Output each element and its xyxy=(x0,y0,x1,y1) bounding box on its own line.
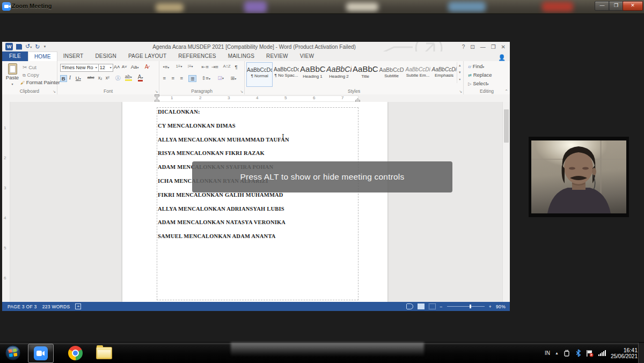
clipboard-dialog-launcher-icon[interactable]: ↘ xyxy=(53,90,56,94)
paste-button[interactable]: Paste ▾ xyxy=(5,63,19,86)
tab-file[interactable]: FILE xyxy=(2,51,28,61)
tab-mailings[interactable]: MAILINGS xyxy=(222,51,260,61)
text-effects-icon[interactable]: Ⓐ xyxy=(115,75,121,82)
tab-review[interactable]: REVIEW xyxy=(260,51,294,61)
help-icon[interactable]: ? xyxy=(462,44,465,50)
zoom-slider-knob[interactable] xyxy=(470,305,471,308)
bullets-icon[interactable]: •≡▾ xyxy=(163,64,169,70)
document-line[interactable]: DICALONKAN: xyxy=(158,109,357,115)
multilevel-list-icon[interactable]: ⁝≡▾ xyxy=(187,64,193,69)
network-signal-icon[interactable] xyxy=(598,350,606,356)
action-center-flag-icon[interactable] xyxy=(586,350,594,357)
increase-indent-icon[interactable]: ⇥≡ xyxy=(211,64,218,70)
zoom-out-icon[interactable]: − xyxy=(440,304,443,309)
paragraph-dialog-launcher-icon[interactable]: ↘ xyxy=(240,90,243,94)
web-layout-icon[interactable] xyxy=(429,303,436,309)
borders-icon[interactable]: ⊞▾ xyxy=(230,75,236,81)
proofing-icon[interactable]: ⌯ xyxy=(75,303,81,309)
zoom-slider[interactable] xyxy=(447,306,485,307)
document-page[interactable]: DICALONKAN: CY MENCALONKAN DIMAS ALLYA M… xyxy=(122,102,387,302)
word-restore-icon[interactable]: ❐ xyxy=(491,44,496,50)
taskbar-explorer-button[interactable] xyxy=(93,344,115,362)
zoom-in-icon[interactable]: + xyxy=(489,304,492,309)
copy-button[interactable]: ⧉ Copy xyxy=(23,72,39,78)
redo-icon[interactable]: ↻ xyxy=(35,43,40,50)
print-layout-icon[interactable] xyxy=(418,303,425,309)
strikethrough-button[interactable]: abc xyxy=(87,75,94,80)
font-name-combobox[interactable]: Times New Ro▾ xyxy=(60,64,99,72)
tab-page-layout[interactable]: PAGE LAYOUT xyxy=(122,51,172,61)
style-normal[interactable]: AaBbCcDc ¶ Normal xyxy=(246,62,273,87)
document-line[interactable]: CY MENCALONKAN DIMAS xyxy=(158,123,357,129)
collapse-ribbon-icon[interactable]: ⌃ xyxy=(504,89,508,94)
replace-button[interactable]: ⇄ Replace xyxy=(468,72,492,78)
superscript-button[interactable]: x² xyxy=(106,75,109,80)
document-line[interactable]: ALLYA MENCALONKAN MUHAMMAD TAUFAN xyxy=(158,137,357,143)
style-no-spacing[interactable]: AaBbCcDc ¶ No Spac... xyxy=(274,62,299,86)
word-minimize-icon[interactable]: — xyxy=(480,44,486,50)
style-emphasis[interactable]: AaBbCcDi Emphasis xyxy=(431,62,457,86)
taskbar-zoom-app-button[interactable] xyxy=(28,344,54,363)
justify-icon[interactable]: ≣ xyxy=(188,75,196,82)
document-line[interactable]: SAMUEL MENCALONKAN ADAM ANANTA xyxy=(158,233,357,240)
vertical-ruler[interactable]: 1 2 3 4 5 6 xyxy=(2,102,10,302)
ribbon-display-options-icon[interactable]: ⊡ xyxy=(470,44,474,50)
font-dialog-launcher-icon[interactable]: ↘ xyxy=(155,90,158,94)
grow-font-icon[interactable]: A˄ xyxy=(114,64,120,70)
page-indicator[interactable]: PAGE 3 OF 3 xyxy=(8,304,37,309)
webcam-video-frame[interactable] xyxy=(529,137,629,217)
sort-icon[interactable]: A↕Z xyxy=(223,64,230,69)
tab-design[interactable]: DESIGN xyxy=(89,51,122,61)
style-heading2[interactable]: AaBbCi Heading 2 xyxy=(326,62,352,86)
horizontal-ruler[interactable]: 1 2 3 4 5 6 7 xyxy=(2,94,510,102)
read-mode-icon[interactable] xyxy=(406,303,413,309)
document-line[interactable]: RISYA MENCALONKAN FIKRI RAZAK xyxy=(158,150,357,157)
subscript-button[interactable]: x₂ xyxy=(98,75,103,80)
numbering-icon[interactable]: 1≡▾ xyxy=(175,64,182,69)
align-right-icon[interactable]: ≡ xyxy=(180,75,183,81)
power-plug-icon[interactable] xyxy=(564,350,570,357)
style-subtitle[interactable]: AaBbCcD Subtitle xyxy=(379,62,404,86)
word-close-icon[interactable]: ✕ xyxy=(501,44,506,50)
tab-home[interactable]: HOME xyxy=(28,51,57,61)
format-painter-button[interactable]: 🖌 Format Painter xyxy=(20,79,60,85)
select-button[interactable]: ▷ Select▾ xyxy=(468,80,488,86)
show-desktop-button[interactable] xyxy=(638,343,644,363)
cut-button[interactable]: ✂ Cut xyxy=(23,64,36,70)
styles-gallery-scroll[interactable]: ▲▼▾ xyxy=(457,62,462,83)
save-icon[interactable] xyxy=(16,44,22,50)
taskbar-clock[interactable]: 16:41 25/06/2021 xyxy=(611,347,638,360)
tab-view[interactable]: VIEW xyxy=(294,51,320,61)
close-button[interactable]: ✕ xyxy=(623,1,643,11)
minimize-button[interactable]: — xyxy=(595,1,610,11)
tab-insert[interactable]: INSERT xyxy=(57,51,90,61)
find-button[interactable]: ⌭ Find▾ xyxy=(468,63,484,70)
sign-in-account-icon[interactable]: 👤 xyxy=(498,54,506,61)
zoom-percentage[interactable]: 90% xyxy=(496,304,506,309)
bold-button[interactable]: B xyxy=(60,75,67,82)
word-count[interactable]: 223 WORDS xyxy=(42,304,70,309)
show-hidden-icons-arrow[interactable]: ▲ xyxy=(555,351,559,355)
start-button[interactable] xyxy=(3,344,23,362)
font-size-combobox[interactable]: 12▾ xyxy=(98,64,113,72)
style-heading1[interactable]: AaBbC Heading 1 xyxy=(300,62,325,86)
shading-icon[interactable]: ◲▾ xyxy=(217,75,224,80)
line-spacing-icon[interactable]: ⇕≡▾ xyxy=(201,75,210,81)
document-line[interactable]: FIKRI MENCALONKAN GALIH MUHAMMAD xyxy=(158,192,357,198)
highlight-color-icon[interactable]: ab▾ xyxy=(125,74,132,81)
undo-icon[interactable]: ↺▾ xyxy=(25,42,32,51)
bluetooth-icon[interactable] xyxy=(575,349,581,357)
change-case-icon[interactable]: Aa▾ xyxy=(131,64,139,70)
document-line[interactable]: ADAM MENCALONKAN NATASYA VERONIKA xyxy=(158,219,357,226)
align-left-icon[interactable]: ≡ xyxy=(163,75,166,81)
tab-references[interactable]: REFERENCES xyxy=(172,51,222,61)
document-line[interactable]: ALLYA MENCALONKAN ADRIANSYAH LUBIS xyxy=(158,206,357,212)
maximize-button[interactable]: ❐ xyxy=(609,1,624,11)
vertical-scrollbar[interactable] xyxy=(502,102,510,302)
show-hide-marks-icon[interactable]: ¶ xyxy=(235,64,237,70)
style-title[interactable]: AaBbC Title xyxy=(353,62,378,86)
align-center-icon[interactable]: ≡ xyxy=(171,75,174,81)
clear-formatting-icon[interactable]: A̷ xyxy=(145,64,149,70)
styles-dialog-launcher-icon[interactable]: ↘ xyxy=(459,90,462,94)
font-color-icon[interactable]: A▾ xyxy=(138,74,143,82)
